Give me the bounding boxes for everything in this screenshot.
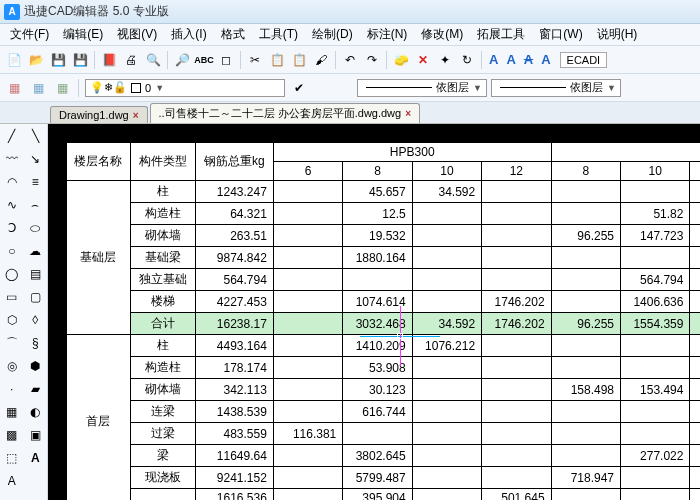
arc-icon[interactable]: ◠ bbox=[2, 172, 22, 192]
toolbar-layer: ▦ ▦ ▦ 💡 ❄ 🔓 0 ▼ ✔ 依图层 ▼ 依图层 ▼ bbox=[0, 74, 700, 102]
erase-icon[interactable]: 🧽 bbox=[391, 50, 411, 70]
saveas-icon[interactable]: 💾 bbox=[70, 50, 90, 70]
point-icon[interactable]: · bbox=[2, 379, 22, 399]
close-icon[interactable]: × bbox=[133, 110, 139, 121]
text-a2[interactable]: A bbox=[503, 52, 518, 67]
helix-icon[interactable]: § bbox=[25, 333, 45, 353]
menu-annotate[interactable]: 标注(N) bbox=[361, 24, 414, 45]
curve-icon[interactable]: Ɔ bbox=[2, 218, 22, 238]
text-icon[interactable]: A bbox=[2, 471, 22, 491]
select-icon[interactable]: ◻ bbox=[216, 50, 236, 70]
lineweight-combo[interactable]: 依图层 ▼ bbox=[491, 79, 621, 97]
pdf-icon[interactable]: 📕 bbox=[99, 50, 119, 70]
rebar-table: 楼层名称构件类型钢筋总重kgHPB30068101281012基础层柱1243.… bbox=[66, 142, 700, 500]
undo-icon[interactable]: ↶ bbox=[340, 50, 360, 70]
close-icon[interactable]: × bbox=[405, 108, 411, 119]
donut-icon[interactable]: ◎ bbox=[2, 356, 22, 376]
spline-icon[interactable]: ∿ bbox=[2, 195, 22, 215]
menu-file[interactable]: 文件(F) bbox=[4, 24, 55, 45]
title-bar: A 迅捷CAD编辑器 5.0 专业版 bbox=[0, 0, 700, 24]
hatch-icon[interactable]: ▩ bbox=[2, 425, 22, 445]
separator bbox=[78, 79, 79, 97]
menu-view[interactable]: 视图(V) bbox=[111, 24, 163, 45]
explode-icon[interactable]: ✦ bbox=[435, 50, 455, 70]
boundary-icon[interactable]: ▢ bbox=[25, 287, 45, 307]
ellipse-icon[interactable]: ◯ bbox=[2, 264, 22, 284]
line-sample bbox=[366, 87, 432, 88]
app-title: 迅捷CAD编辑器 5.0 专业版 bbox=[24, 3, 169, 20]
paste-icon[interactable]: 📋 bbox=[289, 50, 309, 70]
rect-icon[interactable]: ▭ bbox=[2, 287, 22, 307]
spell-icon[interactable]: ABC bbox=[194, 50, 214, 70]
copy-icon[interactable]: 📋 bbox=[267, 50, 287, 70]
menu-help[interactable]: 说明(H) bbox=[591, 24, 644, 45]
polyline-icon[interactable]: 〰 bbox=[2, 149, 22, 169]
layer-name: 0 bbox=[145, 82, 151, 94]
wipeout-icon[interactable]: ◊ bbox=[25, 310, 45, 330]
print-icon[interactable]: 🖨 bbox=[121, 50, 141, 70]
polygon-icon[interactable]: ⬡ bbox=[2, 310, 22, 330]
tab-active[interactable]: ..司售楼十二～二十二层 办公套房层平面.dwg.dwg × bbox=[150, 103, 420, 123]
chevron-down-icon: ▼ bbox=[473, 83, 482, 93]
text-a1[interactable]: A bbox=[486, 52, 501, 67]
cut-icon[interactable]: ✂ bbox=[245, 50, 265, 70]
text-a3[interactable]: A bbox=[521, 52, 536, 67]
gradient-icon[interactable]: ◐ bbox=[25, 402, 45, 422]
menu-edit[interactable]: 编辑(E) bbox=[57, 24, 109, 45]
current-layer-combo[interactable]: 💡 ❄ 🔓 0 ▼ bbox=[85, 79, 285, 97]
3d-icon[interactable]: ⬢ bbox=[25, 356, 45, 376]
line-sample bbox=[500, 87, 566, 88]
text-style-combo[interactable]: ECADI bbox=[560, 52, 608, 68]
tab-label: ..司售楼十二～二十二层 办公套房层平面.dwg.dwg bbox=[159, 106, 402, 121]
linetype-combo[interactable]: 依图层 ▼ bbox=[357, 79, 487, 97]
refresh-icon[interactable]: ↻ bbox=[457, 50, 477, 70]
layer-tool-icon[interactable]: ▦ bbox=[52, 78, 72, 98]
table-icon[interactable]: ▤ bbox=[25, 264, 45, 284]
text-a4[interactable]: A bbox=[538, 52, 553, 67]
menu-bar: 文件(F) 编辑(E) 视图(V) 插入(I) 格式 工具(T) 绘制(D) 标… bbox=[0, 24, 700, 46]
revcloud-icon[interactable]: ☁ bbox=[25, 241, 45, 261]
menu-modify[interactable]: 修改(M) bbox=[415, 24, 469, 45]
lineweight-label: 依图层 bbox=[570, 80, 603, 95]
chevron-down-icon: ▼ bbox=[155, 83, 164, 93]
region-icon[interactable]: ⬚ bbox=[2, 448, 22, 468]
block-icon[interactable]: ▦ bbox=[2, 402, 22, 422]
delete-icon[interactable]: ✕ bbox=[413, 50, 433, 70]
linetype-label: 依图层 bbox=[436, 80, 469, 95]
document-tabs: Drawing1.dwg × ..司售楼十二～二十二层 办公套房层平面.dwg.… bbox=[0, 102, 700, 124]
app-logo-icon: A bbox=[4, 4, 20, 20]
new-icon[interactable]: 📄 bbox=[4, 50, 24, 70]
line-icon[interactable]: ╱ bbox=[2, 126, 22, 146]
mline-icon[interactable]: ≡ bbox=[25, 172, 45, 192]
separator bbox=[335, 51, 336, 69]
menu-window[interactable]: 窗口(W) bbox=[533, 24, 588, 45]
arc3-icon[interactable]: ⌢ bbox=[25, 195, 45, 215]
image-icon[interactable]: ▣ bbox=[25, 425, 45, 445]
make-current-icon[interactable]: ✔ bbox=[289, 78, 309, 98]
tab-drawing1[interactable]: Drawing1.dwg × bbox=[50, 106, 148, 123]
open-icon[interactable]: 📂 bbox=[26, 50, 46, 70]
preview-icon[interactable]: 🔍 bbox=[143, 50, 163, 70]
ray-icon[interactable]: ↘ bbox=[25, 149, 45, 169]
menu-tool[interactable]: 工具(T) bbox=[253, 24, 304, 45]
drawing-sheet: 楼层名称构件类型钢筋总重kgHPB30068101281012基础层柱1243.… bbox=[66, 142, 700, 500]
mtext-icon[interactable]: A bbox=[25, 448, 45, 468]
arc2-icon[interactable]: ⌒ bbox=[2, 333, 22, 353]
solid-icon[interactable]: ▰ bbox=[25, 379, 45, 399]
layer-manager-icon[interactable]: ▦ bbox=[4, 78, 24, 98]
toolbar-main: 📄 📂 💾 💾 📕 🖨 🔍 🔎 ABC ◻ ✂ 📋 📋 🖌 ↶ ↷ 🧽 ✕ ✦ … bbox=[0, 46, 700, 74]
circle-icon[interactable]: ○ bbox=[2, 241, 22, 261]
menu-draw[interactable]: 绘制(D) bbox=[306, 24, 359, 45]
menu-ext[interactable]: 拓展工具 bbox=[471, 24, 531, 45]
ellipse2-icon[interactable]: ⬭ bbox=[25, 218, 45, 238]
xline-icon[interactable]: ╲ bbox=[25, 126, 45, 146]
find-icon[interactable]: 🔎 bbox=[172, 50, 192, 70]
save-icon[interactable]: 💾 bbox=[48, 50, 68, 70]
menu-format[interactable]: 格式 bbox=[215, 24, 251, 45]
workspace: ╱ 〰 ◠ ∿ Ɔ ○ ◯ ▭ ⬡ ⌒ ◎ · ▦ ▩ ⬚ A ╲ ↘ ≡ ⌢ … bbox=[0, 124, 700, 500]
format-painter-icon[interactable]: 🖌 bbox=[311, 50, 331, 70]
redo-icon[interactable]: ↷ bbox=[362, 50, 382, 70]
drawing-canvas[interactable]: 楼层名称构件类型钢筋总重kgHPB30068101281012基础层柱1243.… bbox=[48, 124, 700, 500]
menu-insert[interactable]: 插入(I) bbox=[165, 24, 212, 45]
layer-states-icon[interactable]: ▦ bbox=[28, 78, 48, 98]
